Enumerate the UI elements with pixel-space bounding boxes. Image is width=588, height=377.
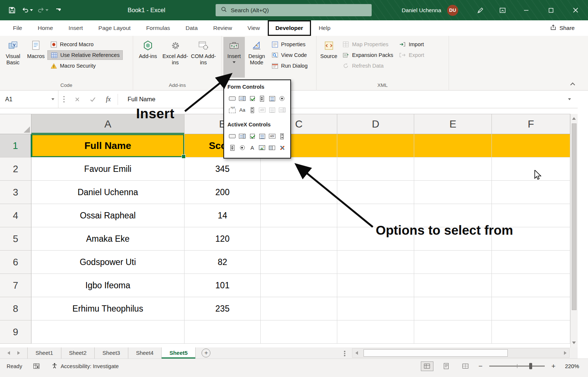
cell[interactable] <box>492 134 570 157</box>
cell[interactable] <box>261 297 337 320</box>
column-header[interactable]: F <box>492 114 570 134</box>
activex-image-icon[interactable] <box>257 142 267 153</box>
cancel-icon[interactable] <box>70 91 85 108</box>
scroll-down-icon[interactable] <box>572 342 576 344</box>
activex-more-controls-icon[interactable] <box>277 142 287 153</box>
horizontal-scrollbar[interactable] <box>352 348 570 358</box>
ribbon-tab[interactable]: View <box>240 20 267 36</box>
cell[interactable] <box>337 251 414 274</box>
excel-add-ins-button[interactable]: Excel Add-ins <box>161 37 189 78</box>
cell[interactable] <box>414 181 492 204</box>
undo-dropdown-icon[interactable] <box>30 9 33 11</box>
form-combo-box-icon[interactable] <box>237 93 247 104</box>
accessibility-status[interactable]: Accessibility: Investigate <box>51 363 119 370</box>
zoom-out-icon[interactable] <box>479 362 483 370</box>
cell[interactable] <box>337 297 414 320</box>
form-group-box-icon[interactable] <box>227 104 237 116</box>
share-button[interactable]: Share <box>550 20 575 36</box>
ribbon-tab[interactable]: Data <box>178 20 206 36</box>
page-layout-view-icon[interactable] <box>440 361 453 371</box>
row-header[interactable]: 5 <box>0 227 31 251</box>
cell[interactable]: 120 <box>185 227 261 251</box>
form-scroll-bar-icon[interactable] <box>247 104 257 116</box>
zoom-slider[interactable] <box>489 366 545 367</box>
redo-button[interactable] <box>36 4 50 17</box>
customize-quick-access-toolbar-button[interactable] <box>52 4 65 17</box>
formula-bar-drag-handle[interactable] <box>58 99 70 100</box>
row-header[interactable]: 6 <box>0 251 31 274</box>
macros-button[interactable]: Macros <box>24 37 47 78</box>
ribbon-tab[interactable]: Review <box>206 20 240 36</box>
save-icon[interactable] <box>5 4 18 17</box>
run-dialog-button[interactable]: Run Dialog <box>268 61 311 71</box>
add-ins-button[interactable]: Add-ins <box>135 37 161 78</box>
row-header[interactable]: 8 <box>0 297 31 320</box>
cell[interactable] <box>414 134 492 157</box>
activex-scroll-bar-icon[interactable] <box>277 130 287 142</box>
name-box-dropdown-icon[interactable] <box>51 98 54 100</box>
macro-record-icon[interactable] <box>33 363 40 369</box>
activex-spin-button-icon[interactable] <box>227 142 237 153</box>
activex-check-box-icon[interactable] <box>247 130 257 142</box>
sheet-tab[interactable]: Sheet4 <box>128 347 162 359</box>
cell[interactable]: Erhimu Theophilus <box>31 297 185 320</box>
row-header[interactable]: 4 <box>0 204 31 227</box>
ribbon-tab[interactable]: Home <box>30 20 61 36</box>
sheet-tab[interactable]: Sheet2 <box>61 347 95 359</box>
use-relative-references-button[interactable]: Use Relative References <box>47 50 123 60</box>
scroll-up-icon[interactable] <box>572 117 576 120</box>
sheet-tab[interactable]: Sheet1 <box>28 347 61 359</box>
activex-option-button-icon[interactable] <box>237 142 247 153</box>
minimize-button[interactable] <box>514 0 538 20</box>
activex-text-box-icon[interactable] <box>267 130 277 142</box>
user-name[interactable]: Daniel Uchenna <box>402 7 441 13</box>
cell[interactable] <box>414 251 492 274</box>
insert-controls-button[interactable]: Insert <box>223 37 245 78</box>
cell[interactable] <box>337 320 414 344</box>
form-option-button-icon[interactable] <box>277 93 287 104</box>
form-label-icon[interactable] <box>237 104 247 116</box>
zoom-in-icon[interactable] <box>551 362 555 370</box>
horizontal-scrollbar-thumb[interactable] <box>364 349 508 357</box>
sheet-tab[interactable]: Sheet3 <box>95 347 128 359</box>
macro-security-button[interactable]: Macro Security <box>47 61 123 71</box>
page-break-preview-icon[interactable] <box>459 361 472 371</box>
inking-pen-icon[interactable] <box>469 0 491 20</box>
form-combo-dropdown-edit-icon[interactable] <box>277 104 287 116</box>
row-header[interactable]: 1 <box>0 134 31 157</box>
ribbon-tab[interactable]: Page Layout <box>91 20 138 36</box>
zoom-level[interactable]: 220% <box>562 363 579 369</box>
avatar[interactable]: DU <box>447 5 458 16</box>
activex-toggle-button-icon[interactable] <box>267 142 277 153</box>
ribbon-tab[interactable]: Help <box>311 20 338 36</box>
row-header[interactable]: 9 <box>0 320 31 344</box>
search-box[interactable]: Search (Alt+Q) <box>216 4 372 16</box>
cell[interactable] <box>337 274 414 297</box>
ribbon-display-options-button[interactable] <box>491 0 514 20</box>
form-spin-button-icon[interactable] <box>257 93 267 104</box>
ribbon-tab[interactable]: Insert <box>61 20 91 36</box>
cell[interactable] <box>261 204 337 227</box>
refresh-data-button[interactable]: Refresh Data <box>339 61 396 71</box>
row-header[interactable]: 3 <box>0 181 31 204</box>
cell[interactable] <box>492 181 570 204</box>
vertical-scrollbar-thumb[interactable] <box>572 123 577 310</box>
cell[interactable]: 82 <box>185 251 261 274</box>
cell[interactable]: 200 <box>185 181 261 204</box>
cell[interactable] <box>261 251 337 274</box>
import-button[interactable]: Import <box>396 40 427 49</box>
cell[interactable] <box>414 157 492 181</box>
cell[interactable]: Amaka Eke <box>31 227 185 251</box>
cell[interactable]: Ossai Rapheal <box>31 204 185 227</box>
cell[interactable] <box>261 320 337 344</box>
close-button[interactable] <box>563 0 588 20</box>
scroll-left-icon[interactable] <box>352 351 361 355</box>
design-mode-button[interactable]: Design Mode <box>245 37 268 78</box>
record-macro-button[interactable]: Record Macro <box>47 40 123 49</box>
cell[interactable]: Full Name <box>31 134 185 157</box>
collapse-ribbon-icon[interactable] <box>568 81 577 87</box>
cell[interactable] <box>337 157 414 181</box>
cell[interactable] <box>414 297 492 320</box>
cell[interactable] <box>261 274 337 297</box>
ribbon-tab[interactable]: Developer <box>268 20 311 36</box>
